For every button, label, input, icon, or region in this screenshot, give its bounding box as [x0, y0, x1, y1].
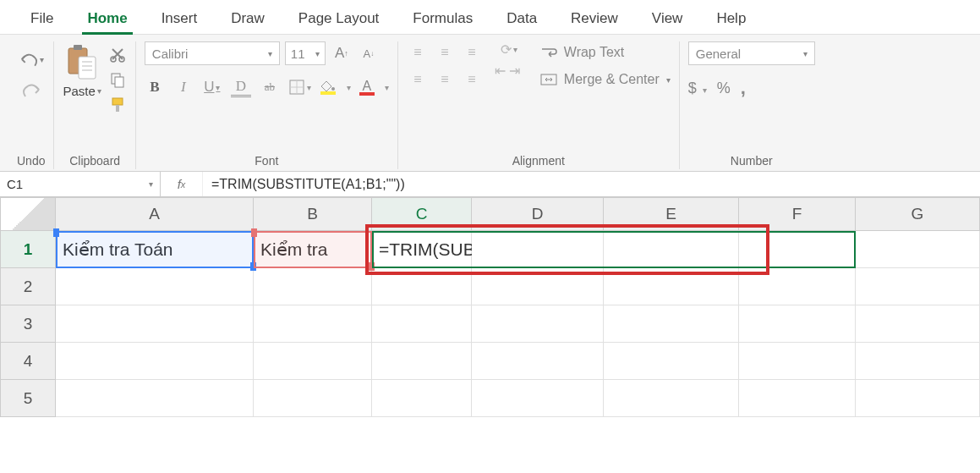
- cell-e1[interactable]: [604, 231, 739, 268]
- cell-d4[interactable]: [472, 343, 604, 380]
- cell-e2[interactable]: [604, 268, 739, 305]
- col-header-a[interactable]: A: [56, 197, 254, 231]
- align-middle-icon[interactable]: ≡: [434, 41, 456, 63]
- decrease-indent-icon[interactable]: ⇤: [495, 63, 506, 79]
- redo-icon[interactable]: [19, 79, 44, 101]
- cell-e3[interactable]: [604, 305, 739, 343]
- cell-b4[interactable]: [254, 343, 372, 380]
- cell-d2[interactable]: [472, 268, 604, 305]
- fx-icon[interactable]: fx: [161, 172, 203, 196]
- undo-icon[interactable]: ▾: [19, 48, 44, 70]
- italic-button[interactable]: I: [173, 77, 194, 97]
- tab-formulas[interactable]: Formulas: [396, 5, 490, 34]
- cell-f5[interactable]: [739, 380, 856, 417]
- cell-b2[interactable]: [254, 268, 372, 305]
- cell-d1[interactable]: [472, 231, 604, 268]
- cell-g5[interactable]: [856, 380, 980, 417]
- cell-b1[interactable]: Kiểm tra: [254, 231, 372, 268]
- cell-d3[interactable]: [472, 305, 604, 343]
- row-header-2[interactable]: 2: [0, 268, 56, 305]
- tab-review[interactable]: Review: [554, 5, 635, 34]
- currency-button[interactable]: $ ▾: [688, 80, 707, 97]
- ribbon: ▾ Undo Paste▾: [0, 35, 980, 172]
- borders-button[interactable]: ▾: [288, 79, 311, 96]
- cell-c5[interactable]: [372, 380, 472, 417]
- increase-indent-icon[interactable]: ⇥: [509, 63, 520, 79]
- cell-a1[interactable]: Kiểm tra Toán: [56, 231, 254, 268]
- col-header-e[interactable]: E: [604, 197, 739, 231]
- align-right-icon[interactable]: ≡: [461, 69, 483, 91]
- cell-e4[interactable]: [604, 343, 739, 380]
- cell-f2[interactable]: [739, 268, 856, 305]
- font-size-select[interactable]: 11▾: [285, 41, 326, 65]
- cell-f1[interactable]: [739, 231, 856, 268]
- merge-center-button[interactable]: Merge & Center▾: [540, 72, 671, 87]
- align-center-icon[interactable]: ≡: [434, 69, 456, 91]
- cell-g1[interactable]: [856, 231, 980, 268]
- paste-button[interactable]: Paste▾: [63, 84, 101, 98]
- col-header-f[interactable]: F: [739, 197, 856, 231]
- formula-input[interactable]: =TRIM(SUBSTITUTE(A1;B1;"")): [203, 172, 980, 196]
- cell-d5[interactable]: [472, 380, 604, 417]
- wrap-text-button[interactable]: Wrap Text: [540, 45, 671, 60]
- comma-button[interactable]: ,: [741, 77, 746, 99]
- col-header-d[interactable]: D: [472, 197, 604, 231]
- tab-page-layout[interactable]: Page Layout: [282, 5, 396, 34]
- shrink-font-icon[interactable]: A↓: [358, 42, 380, 64]
- name-box[interactable]: C1▾: [0, 172, 161, 196]
- fill-color-button[interactable]: [320, 80, 337, 95]
- cell-c3[interactable]: [372, 305, 472, 343]
- row-header-5[interactable]: 5: [0, 380, 56, 417]
- strike-button[interactable]: ab: [260, 77, 280, 97]
- ref-handle-icon: [53, 228, 59, 237]
- select-all-corner[interactable]: [0, 197, 56, 231]
- row-header-3[interactable]: 3: [0, 305, 56, 343]
- orientation-icon[interactable]: ⟳▾: [495, 41, 523, 58]
- cell-a3[interactable]: [56, 305, 254, 343]
- tab-data[interactable]: Data: [490, 5, 554, 34]
- align-top-icon[interactable]: ≡: [407, 41, 429, 63]
- cell-b3[interactable]: [254, 305, 372, 343]
- tab-file[interactable]: File: [14, 5, 70, 34]
- tab-insert[interactable]: Insert: [145, 5, 215, 34]
- cell-b5[interactable]: [254, 380, 372, 417]
- align-bottom-icon[interactable]: ≡: [461, 41, 483, 63]
- copy-icon[interactable]: [108, 70, 127, 89]
- cell-c4[interactable]: [372, 343, 472, 380]
- col-header-g[interactable]: G: [856, 197, 980, 231]
- font-name-select[interactable]: Calibri▾: [145, 41, 280, 65]
- cell-a5[interactable]: [56, 380, 254, 417]
- tab-help[interactable]: Help: [699, 5, 763, 34]
- percent-button[interactable]: %: [717, 80, 731, 97]
- row-header-4[interactable]: 4: [0, 343, 56, 380]
- tab-home[interactable]: Home: [70, 5, 144, 34]
- col-header-c[interactable]: C: [372, 197, 472, 231]
- cell-g3[interactable]: [856, 305, 980, 343]
- double-underline-button[interactable]: D: [231, 77, 251, 97]
- cell-a2[interactable]: [56, 268, 254, 305]
- group-clipboard: Paste▾ Clipboard: [54, 41, 135, 169]
- tab-view[interactable]: View: [635, 5, 700, 34]
- cell-a4[interactable]: [56, 343, 254, 380]
- number-format-select[interactable]: General▾: [688, 41, 815, 65]
- align-left-icon[interactable]: ≡: [407, 69, 429, 91]
- col-header-b[interactable]: B: [254, 197, 372, 231]
- bold-button[interactable]: B: [145, 77, 165, 97]
- cell-c2[interactable]: [372, 268, 472, 305]
- cell-c1[interactable]: =TRIM(SUBSTITUTE(A1;B1;"")): [372, 231, 472, 268]
- grow-font-icon[interactable]: A↑: [331, 42, 353, 64]
- paste-icon[interactable]: [65, 43, 99, 82]
- cut-icon[interactable]: [108, 45, 127, 63]
- format-painter-icon[interactable]: [108, 96, 127, 114]
- svg-rect-9: [115, 77, 123, 87]
- tab-draw[interactable]: Draw: [214, 5, 282, 34]
- cell-f3[interactable]: [739, 305, 856, 343]
- ribbon-tabs: File Home Insert Draw Page Layout Formul…: [0, 0, 980, 35]
- row-header-1[interactable]: 1: [0, 231, 56, 268]
- cell-f4[interactable]: [739, 343, 856, 380]
- font-color-button[interactable]: A: [359, 79, 375, 96]
- underline-button[interactable]: U▾: [202, 77, 222, 97]
- cell-e5[interactable]: [604, 380, 739, 417]
- cell-g4[interactable]: [856, 343, 980, 380]
- cell-g2[interactable]: [856, 268, 980, 305]
